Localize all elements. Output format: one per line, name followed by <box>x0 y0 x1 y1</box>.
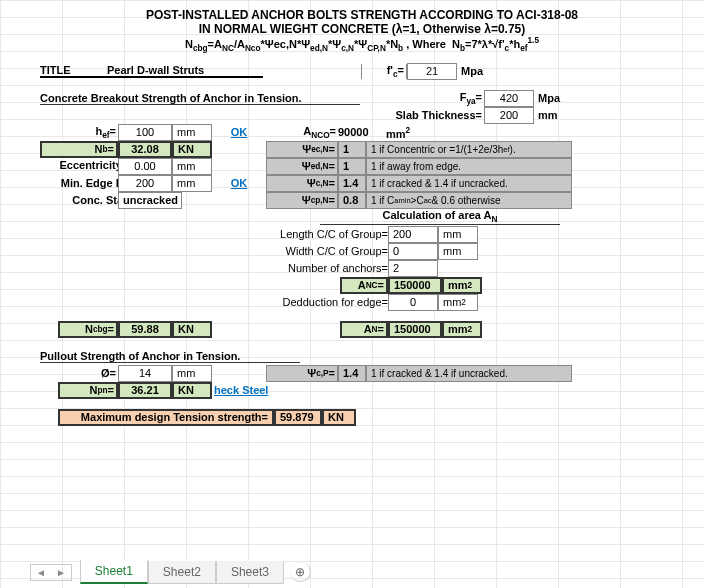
ecc-value[interactable]: 0.00 <box>118 158 172 175</box>
tab-sheet2[interactable]: Sheet2 <box>148 561 216 584</box>
hef-value[interactable]: 100 <box>118 124 172 141</box>
fc-value[interactable]: 21 <box>407 63 457 80</box>
fya-label: Fya= <box>360 91 484 106</box>
page-title-2: IN NORMAL WIEGHT CONCRETE (λ=1, Otherwis… <box>40 22 684 36</box>
psic-note: 1 if cracked & 1.4 if uncracked. <box>366 175 572 192</box>
anco-unit: mm2 <box>384 126 428 140</box>
psiec-label: Ψec,N= <box>266 141 338 158</box>
psicp2-note: 1 if cracked & 1.4 if uncracked. <box>366 365 572 382</box>
minedge-value[interactable]: 200 <box>118 175 172 192</box>
minedge-unit: mm <box>172 175 212 192</box>
tab-nav-arrows[interactable]: ◄ ► <box>30 564 72 581</box>
anc-unit: mm2 <box>442 277 482 294</box>
max-label: Maximum design Tension strength= <box>58 409 274 426</box>
psied-label: Ψed,N= <box>266 158 338 175</box>
slab-label: Slab Thickness= <box>384 109 484 121</box>
ded-value[interactable]: 0 <box>388 294 438 311</box>
fya-unit: Mpa <box>534 92 574 104</box>
sheet-tabs: ◄ ► Sheet1 Sheet2 Sheet3 ⊕ <box>30 560 311 584</box>
anco-value: 90000 <box>338 126 384 138</box>
dia-unit: mm <box>172 365 212 382</box>
ded-unit: mm2 <box>438 294 478 311</box>
chevron-left-icon[interactable]: ◄ <box>31 565 51 580</box>
tab-sheet1[interactable]: Sheet1 <box>80 560 148 584</box>
len-unit: mm <box>438 226 478 243</box>
title-label: TITLE <box>40 64 107 78</box>
anc-label: ANC= <box>340 277 388 294</box>
wid-value[interactable]: 0 <box>388 243 438 260</box>
slab-unit: mm <box>534 109 574 121</box>
fc-unit: Mpa <box>457 65 497 77</box>
page-title-1: POST-INSTALLED ANCHOR BOLTS STRENGTH ACC… <box>40 8 684 22</box>
anc-value: 150000 <box>388 277 442 294</box>
conc-value[interactable]: uncracked <box>118 192 182 209</box>
psic-value: 1.4 <box>338 175 366 192</box>
psiec-value: 1 <box>338 141 366 158</box>
num-label: Number of anchors= <box>260 262 388 274</box>
area-calc-title: Calculation of area AN <box>320 209 560 225</box>
psied-value: 1 <box>338 158 366 175</box>
slab-value[interactable]: 200 <box>484 107 534 124</box>
npn-label: Npn= <box>58 382 118 399</box>
ecc-unit: mm <box>172 158 212 175</box>
hef-ok-link[interactable]: OK <box>212 126 266 138</box>
npn-unit: KN <box>172 382 212 399</box>
ncbg-label: Ncbg= <box>58 321 118 338</box>
fc-label: f'c= <box>361 64 407 79</box>
psicp2-label: Ψc,P= <box>266 365 338 382</box>
psicp2-value: 1.4 <box>338 365 366 382</box>
dia-label: Ø= <box>40 367 118 379</box>
tab-sheet3[interactable]: Sheet3 <box>216 561 284 584</box>
psicp-value: 0.8 <box>338 192 366 209</box>
an-label: AN= <box>340 321 388 338</box>
len-label: Length C/C of Group= <box>260 228 388 240</box>
psicp-label: Ψcp,N= <box>266 192 338 209</box>
add-sheet-button[interactable]: ⊕ <box>290 562 311 582</box>
nb-value: 32.08 <box>118 141 172 158</box>
anco-label: ANCO= <box>266 125 338 140</box>
ded-label: Dedduction for edge= <box>260 296 388 308</box>
an-unit: mm2 <box>442 321 482 338</box>
formula: Ncbg=ANC/ANco*Ψec,N*Ψed,N*Ψc,N*ΨCP,N*Nb … <box>40 36 684 53</box>
psicp-note: 1 if Camin>Cac & 0.6 otherwise <box>366 192 572 209</box>
nb-label: Nb= <box>40 141 118 158</box>
dia-value[interactable]: 14 <box>118 365 172 382</box>
ncbg-unit: KN <box>172 321 212 338</box>
wid-unit: mm <box>438 243 478 260</box>
hef-unit: mm <box>172 124 212 141</box>
check-steel-link[interactable]: heck Steel <box>212 384 268 396</box>
fya-value[interactable]: 420 <box>484 90 534 107</box>
num-value[interactable]: 2 <box>388 260 438 277</box>
section-pullout: Pullout Strength of Anchor in Tension. <box>40 350 300 363</box>
wid-label: Width C/C of Group= <box>260 245 388 257</box>
hef-label: hef= <box>40 125 118 140</box>
len-value[interactable]: 200 <box>388 226 438 243</box>
max-unit: KN <box>322 409 356 426</box>
ncbg-value: 59.88 <box>118 321 172 338</box>
max-value: 59.879 <box>274 409 322 426</box>
psiec-note: 1 if Concentric or =1/(1+2e/3hef). <box>366 141 572 158</box>
title-value[interactable]: Pearl D-wall Struts <box>107 64 263 78</box>
chevron-right-icon[interactable]: ► <box>51 565 71 580</box>
psic-label: Ψc,N= <box>266 175 338 192</box>
psied-note: 1 if away from edge. <box>366 158 572 175</box>
minedge-ok-link[interactable]: OK <box>212 177 266 189</box>
section-breakout: Concrete Breakout Strength of Anchor in … <box>40 92 360 105</box>
nb-unit: KN <box>172 141 212 158</box>
an-value: 150000 <box>388 321 442 338</box>
npn-value: 36.21 <box>118 382 172 399</box>
